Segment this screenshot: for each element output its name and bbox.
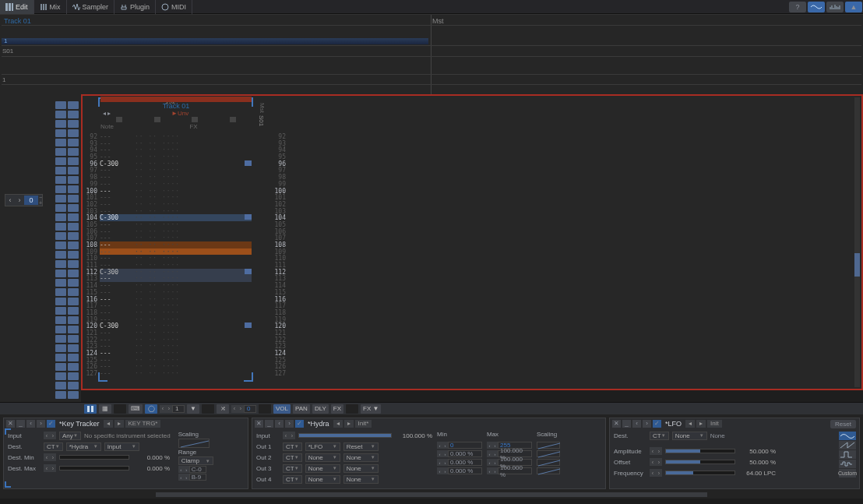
preset-prev[interactable]: ◂ bbox=[685, 420, 695, 428]
arrow-right-icon[interactable]: › bbox=[15, 195, 24, 206]
reset-button[interactable]: Reset bbox=[830, 420, 856, 428]
single-track-button[interactable]: ▦ bbox=[99, 404, 111, 414]
scale1[interactable] bbox=[537, 442, 560, 449]
freq-spin[interactable]: ‹› bbox=[650, 469, 662, 477]
track-header[interactable]: Track 01 ◂ ▸ ►Unv NoteFX bbox=[100, 97, 252, 130]
dmin-slider[interactable] bbox=[59, 455, 129, 460]
input-slider[interactable] bbox=[298, 433, 392, 438]
dmax-spin[interactable]: ‹› bbox=[44, 464, 56, 472]
pan-button[interactable]: PAN bbox=[293, 404, 310, 414]
min1-spin[interactable]: ‹›0 bbox=[437, 442, 482, 449]
out3-ct[interactable]: CT bbox=[283, 464, 302, 473]
offset-slider[interactable] bbox=[665, 460, 735, 464]
fx-button[interactable]: FX bbox=[331, 404, 343, 414]
close-icon[interactable]: ✕ bbox=[612, 420, 621, 428]
close-icon[interactable]: ✕ bbox=[6, 420, 15, 428]
preset-next[interactable]: ▸ bbox=[344, 420, 354, 428]
expand-button[interactable]: ▲ bbox=[845, 2, 862, 12]
input-spin[interactable]: ‹› bbox=[283, 432, 295, 439]
amp-spin[interactable]: ‹› bbox=[650, 447, 662, 455]
dmax-slider[interactable] bbox=[59, 466, 129, 471]
arrow-left-icon[interactable]: ‹ bbox=[632, 420, 641, 428]
wave-sine-button[interactable] bbox=[839, 432, 856, 440]
min2-spin[interactable]: ‹›0.000 % bbox=[437, 450, 482, 457]
offset-spin[interactable]: ‹› bbox=[650, 458, 662, 466]
preset-name[interactable]: Init bbox=[707, 420, 722, 428]
pattern-editor[interactable]: 192 Track 01 ◂ ▸ ►Unv NoteFX Mst S01 929… bbox=[81, 94, 863, 390]
device-scroll[interactable] bbox=[0, 492, 863, 499]
dest-device[interactable]: None bbox=[672, 432, 707, 440]
minimize-icon[interactable]: _ bbox=[16, 420, 25, 428]
out1-ct[interactable]: CT bbox=[283, 442, 302, 451]
vol-button[interactable]: VOL bbox=[273, 404, 291, 414]
out3-param[interactable]: None bbox=[343, 464, 379, 473]
out2-param[interactable]: None bbox=[343, 453, 379, 462]
step-spinner-2[interactable]: ‹›0 bbox=[231, 405, 256, 413]
arrow-right-icon[interactable]: › bbox=[643, 420, 651, 428]
scale3[interactable] bbox=[537, 459, 560, 466]
range-lo-spin[interactable]: ‹›C-0 bbox=[178, 466, 213, 473]
pattern-column[interactable]: ---·· ·· ····---·· ·· ····---·· ·· ····-… bbox=[100, 133, 252, 377]
fx-dropdown[interactable]: FX ▼ bbox=[361, 404, 381, 414]
range-hi-spin[interactable]: ‹›B-9 bbox=[178, 474, 213, 481]
minimize-icon[interactable]: _ bbox=[265, 420, 273, 428]
edit-step-value[interactable]: 0 bbox=[24, 196, 38, 205]
max4-spin[interactable]: ‹›100.000 % bbox=[487, 467, 532, 474]
dmin-spin[interactable]: ‹› bbox=[44, 453, 56, 461]
tab-sampler[interactable]: Sampler bbox=[67, 0, 115, 14]
tab-midi[interactable]: MIDI bbox=[156, 0, 192, 14]
record-toggle[interactable] bbox=[84, 404, 97, 414]
tab-mix[interactable]: Mix bbox=[34, 0, 67, 14]
loop-button[interactable]: ◯ bbox=[145, 404, 157, 414]
out3-dest[interactable]: None bbox=[305, 464, 340, 473]
min4-spin[interactable]: ‹›0.000 % bbox=[437, 467, 482, 474]
dest-device-dropdown[interactable]: *Hydra bbox=[66, 442, 101, 451]
plus-icon[interactable]: + bbox=[39, 200, 42, 206]
enable-toggle[interactable]: ✓ bbox=[295, 420, 304, 428]
out4-param[interactable]: None bbox=[343, 475, 379, 484]
preset-name[interactable]: KEY TRG* bbox=[125, 420, 161, 428]
out2-ct[interactable]: CT bbox=[283, 453, 302, 462]
preset-prev[interactable]: ◂ bbox=[333, 420, 343, 428]
freq-slider[interactable] bbox=[665, 471, 735, 475]
wave-random-button[interactable] bbox=[839, 460, 856, 468]
help-button[interactable]: ? bbox=[789, 2, 806, 12]
amp-slider[interactable] bbox=[665, 449, 735, 453]
arrow-right-icon[interactable]: › bbox=[285, 420, 294, 428]
out2-dest[interactable]: None bbox=[305, 453, 340, 462]
tab-plugin[interactable]: Plugin bbox=[114, 0, 156, 14]
dly-button[interactable]: DLY bbox=[312, 404, 329, 414]
edit-step-control[interactable]: ‹ › 0 − + bbox=[5, 194, 43, 206]
keyboard-button[interactable]: ⌨ bbox=[129, 404, 143, 414]
scale2[interactable] bbox=[537, 450, 560, 457]
shuffle-button[interactable]: ⤨ bbox=[217, 404, 229, 414]
preset-next[interactable]: ▸ bbox=[696, 420, 706, 428]
scaling-curve[interactable] bbox=[178, 439, 210, 448]
wave-pulse-button[interactable] bbox=[839, 450, 856, 459]
min3-spin[interactable]: ‹›0.000 % bbox=[437, 459, 482, 466]
wave-saw-button[interactable] bbox=[839, 441, 856, 449]
input-spin[interactable]: ‹› bbox=[44, 432, 56, 439]
out1-dest[interactable]: *LFO bbox=[305, 442, 340, 451]
tab-edit[interactable]: Edit bbox=[0, 0, 34, 14]
wave-custom-button[interactable]: Custom bbox=[839, 469, 856, 478]
dest-ct-dropdown[interactable]: CT bbox=[44, 442, 63, 451]
enable-toggle[interactable]: ✓ bbox=[653, 420, 661, 428]
preset-name[interactable]: Init* bbox=[355, 420, 372, 428]
arrow-right-icon[interactable]: › bbox=[37, 420, 45, 428]
minus-icon[interactable]: − bbox=[39, 195, 42, 200]
out1-param[interactable]: Reset bbox=[343, 442, 379, 451]
preset-prev[interactable]: ◂ bbox=[104, 420, 113, 428]
vertical-scrollbar[interactable] bbox=[854, 97, 860, 387]
arranger-strip[interactable]: Track 01 Mst 1 S01 1 bbox=[0, 14, 863, 94]
bottom-tabbar[interactable] bbox=[0, 499, 863, 504]
minimize-icon[interactable]: _ bbox=[622, 420, 631, 428]
dropdown-1[interactable]: ▼ bbox=[187, 404, 199, 414]
arrow-left-icon[interactable]: ‹ bbox=[5, 195, 15, 206]
preset-next[interactable]: ▸ bbox=[114, 420, 124, 428]
scope-wave-button[interactable] bbox=[808, 2, 825, 12]
input-mode-dropdown[interactable]: Any bbox=[59, 432, 81, 440]
arrow-left-icon[interactable]: ‹ bbox=[26, 420, 35, 428]
pattern-matrix[interactable] bbox=[0, 94, 81, 402]
out4-dest[interactable]: None bbox=[305, 475, 340, 484]
